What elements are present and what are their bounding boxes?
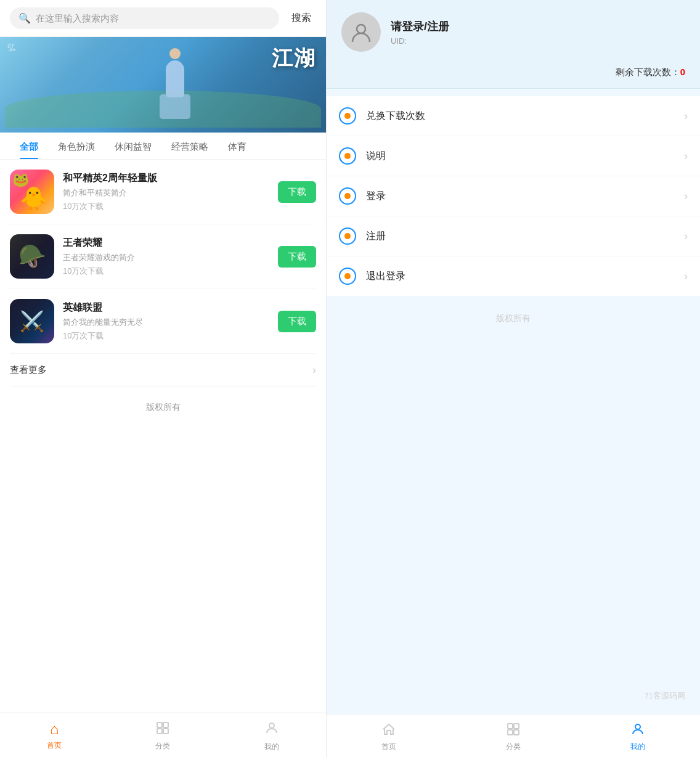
right-copyright: 版权所有 <box>327 303 700 334</box>
user-login-label[interactable]: 请登录/注册 <box>391 19 685 34</box>
svg-rect-3 <box>163 729 168 734</box>
left-nav-home-label: 首页 <box>47 740 62 751</box>
tab-casual[interactable]: 休闲益智 <box>105 133 161 159</box>
game-name-1: 和平精英2周年轻量版 <box>63 172 269 185</box>
banner-subtitle: 弘 <box>7 42 15 53</box>
banner: 江湖 江湖 弘 <box>0 37 326 133</box>
menu-item-logout[interactable]: 退出登录 › <box>327 256 700 296</box>
right-nav-mine[interactable]: 我的 <box>576 719 700 755</box>
watermark: 71客源码网 <box>327 685 700 714</box>
view-more-button[interactable]: 查看更多 › <box>10 354 316 387</box>
register-icon <box>339 227 356 245</box>
user-uid: UID: <box>391 36 685 46</box>
game-item: 和平精英2周年轻量版 简介和平精英简介 10万次下载 下载 <box>10 160 316 224</box>
game-list: 和平精英2周年轻量版 简介和平精英简介 10万次下载 下载 王者荣耀 王者荣耀游… <box>0 160 326 354</box>
banner-game-title: 江湖 <box>272 44 316 73</box>
right-nav-mine-label: 我的 <box>630 742 645 752</box>
download-btn-1[interactable]: 下载 <box>278 181 316 203</box>
right-panel: 请登录/注册 UID: 剩余下载次数：0 兑换下载次数 › 说明 › 登录 <box>327 0 700 757</box>
menu-label-logout: 退出登录 <box>366 270 674 283</box>
game-downloads-2: 10万次下载 <box>63 266 269 277</box>
svg-point-10 <box>635 724 640 729</box>
search-input[interactable] <box>36 13 271 23</box>
chevron-right-icon: › <box>684 230 688 243</box>
left-nav-category[interactable]: 分类 <box>108 718 217 755</box>
menu-label-login: 登录 <box>366 190 674 203</box>
chevron-right-icon: › <box>312 364 316 377</box>
home-icon <box>381 722 396 739</box>
right-nav-category-label: 分类 <box>506 742 521 752</box>
right-nav-home-label: 首页 <box>381 742 396 752</box>
menu-item-exchange[interactable]: 兑换下载次数 › <box>327 96 700 136</box>
right-nav-home[interactable]: 首页 <box>327 719 451 755</box>
spacer <box>327 334 700 685</box>
menu-label-register: 注册 <box>366 230 674 243</box>
user-active-icon <box>630 722 645 739</box>
svg-point-5 <box>357 25 365 33</box>
game-icon-wzry <box>10 234 54 279</box>
tab-all[interactable]: 全部 <box>10 133 48 159</box>
tab-rpg[interactable]: 角色扮演 <box>48 133 105 159</box>
category-icon <box>506 722 521 739</box>
menu-label-exchange: 兑换下载次数 <box>366 110 674 123</box>
left-bottom-nav: ⌂ 首页 分类 我的 <box>0 713 326 757</box>
left-panel: 🔍 搜索 江湖 江湖 弘 全部 角色扮演 休闲益智 经营策略 体育 <box>0 0 327 757</box>
search-icon: 🔍 <box>18 12 31 24</box>
left-copyright: 版权所有 <box>0 387 326 428</box>
tab-strategy[interactable]: 经营策略 <box>161 133 218 159</box>
menu-item-register[interactable]: 注册 › <box>327 216 700 256</box>
user-info: 请登录/注册 UID: <box>391 19 685 46</box>
game-desc-1: 简介和平精英简介 <box>63 187 269 198</box>
game-item: 英雄联盟 简介我的能量无穷无尽 10万次下载 下载 <box>10 289 316 354</box>
downloads-count: 0 <box>680 67 685 77</box>
game-desc-2: 王者荣耀游戏的简介 <box>63 252 269 263</box>
right-bottom-nav: 首页 分类 我的 <box>327 714 700 757</box>
downloads-remaining: 剩余下载次数：0 <box>327 62 700 89</box>
menu-item-info[interactable]: 说明 › <box>327 136 700 176</box>
category-icon <box>155 721 170 739</box>
menu-item-login[interactable]: 登录 › <box>327 176 700 216</box>
category-tabs: 全部 角色扮演 休闲益智 经营策略 体育 <box>0 133 326 160</box>
search-bar: 🔍 搜索 <box>0 0 326 37</box>
game-info-1: 和平精英2周年轻量版 简介和平精英简介 10万次下载 <box>63 172 269 212</box>
left-nav-mine[interactable]: 我的 <box>218 718 326 755</box>
home-icon: ⌂ <box>50 721 59 738</box>
game-item: 王者荣耀 王者荣耀游戏的简介 10万次下载 下载 <box>10 224 316 289</box>
game-info-3: 英雄联盟 简介我的能量无穷无尽 10万次下载 <box>63 301 269 342</box>
chevron-right-icon: › <box>684 270 688 283</box>
download-btn-3[interactable]: 下载 <box>278 311 316 332</box>
download-btn-2[interactable]: 下载 <box>278 246 316 268</box>
game-name-2: 王者荣耀 <box>63 237 269 250</box>
logout-dot <box>344 273 351 279</box>
register-dot <box>344 233 351 239</box>
game-icon-lol <box>10 299 54 343</box>
avatar <box>341 12 381 52</box>
menu-list: 兑换下载次数 › 说明 › 登录 › 注册 › <box>327 96 700 296</box>
info-icon <box>339 147 356 165</box>
left-nav-category-label: 分类 <box>155 741 170 751</box>
exchange-dot <box>344 113 351 119</box>
svg-rect-9 <box>514 730 519 735</box>
tab-sports[interactable]: 体育 <box>218 133 256 159</box>
left-nav-mine-label: 我的 <box>264 742 279 752</box>
downloads-label: 剩余下载次数： <box>616 67 680 77</box>
user-icon <box>264 721 279 739</box>
svg-rect-7 <box>514 724 519 729</box>
left-nav-home[interactable]: ⌂ 首页 <box>0 718 108 755</box>
game-icon-peace-elite <box>10 170 54 214</box>
game-info-2: 王者荣耀 王者荣耀游戏的简介 10万次下载 <box>63 237 269 277</box>
svg-rect-6 <box>508 724 513 729</box>
login-icon <box>339 187 356 205</box>
svg-rect-8 <box>508 730 513 735</box>
right-nav-category[interactable]: 分类 <box>451 719 576 755</box>
svg-rect-1 <box>163 722 168 727</box>
login-dot <box>344 193 351 199</box>
game-downloads-3: 10万次下载 <box>63 330 269 342</box>
game-desc-3: 简介我的能量无穷无尽 <box>63 317 269 328</box>
logout-icon <box>339 268 356 285</box>
search-button[interactable]: 搜索 <box>287 9 316 27</box>
user-header: 请登录/注册 UID: <box>327 0 700 62</box>
menu-label-info: 说明 <box>366 150 674 163</box>
view-more-label: 查看更多 <box>10 364 47 376</box>
svg-point-4 <box>269 723 274 728</box>
